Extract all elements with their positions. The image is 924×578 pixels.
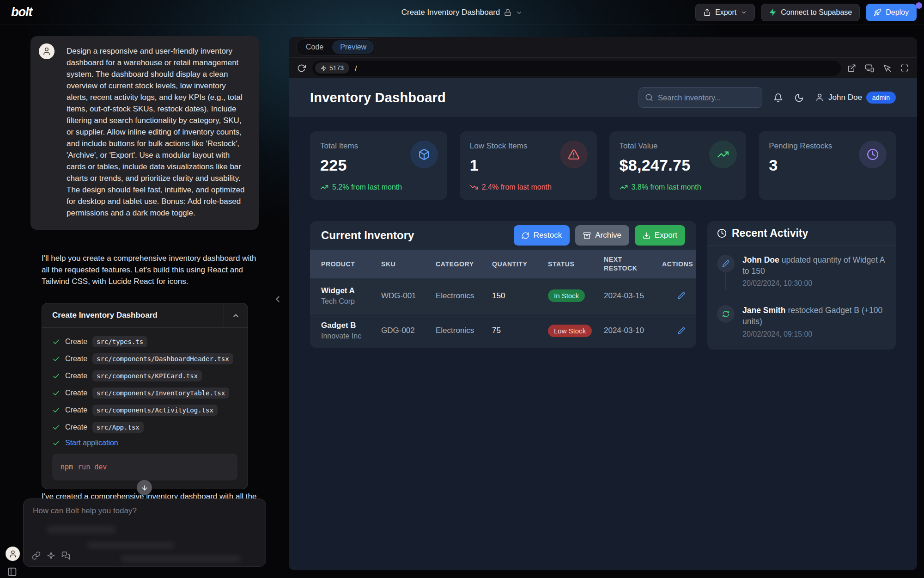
check-icon xyxy=(52,439,60,447)
connect-supabase-button[interactable]: Connect to Supabase xyxy=(761,4,860,21)
arrow-down-icon xyxy=(141,484,148,492)
collapse-chat-button[interactable] xyxy=(273,294,283,304)
activity-list: John Doeupdated quantity of Widget A to … xyxy=(707,246,896,350)
archive-button[interactable]: Archive xyxy=(575,225,629,246)
clock-icon xyxy=(859,141,887,168)
lock-icon xyxy=(504,9,511,16)
redacted-text xyxy=(121,555,241,562)
file-chip[interactable]: src/components/InventoryTable.tsx xyxy=(92,387,229,399)
devices-icon[interactable] xyxy=(865,63,874,73)
inventory-card-header: Current Inventory Restock Archive xyxy=(310,221,696,250)
trend-down-icon xyxy=(470,183,478,191)
file-chip[interactable]: src/components/ActivityLog.tsx xyxy=(92,405,218,416)
chat-bubbles-icon[interactable] xyxy=(61,551,70,560)
user-menu[interactable]: John Doe admin xyxy=(815,92,896,104)
file-chip[interactable]: src/components/KPICard.tsx xyxy=(92,370,202,381)
artifact-step: Create src/components/KPICard.tsx xyxy=(52,370,237,381)
kpi-total-items: Total Items 225 5.2% from last month xyxy=(310,131,447,200)
person-icon xyxy=(42,47,51,56)
restock-button[interactable]: Restock xyxy=(514,225,570,246)
redacted-text xyxy=(87,542,175,549)
role-badge: admin xyxy=(866,92,896,104)
check-icon xyxy=(52,338,60,346)
file-chip[interactable]: src/types.ts xyxy=(92,336,147,347)
bulk-actions: Restock Archive Export xyxy=(514,225,685,246)
edit-pencil-icon[interactable] xyxy=(677,327,685,335)
recent-activity-card: Recent Activity John Doeupdated quantity… xyxy=(707,221,896,350)
chat-panel: Design a responsive and user-friendly in… xyxy=(0,25,289,578)
open-external-icon[interactable] xyxy=(847,64,856,73)
kpi-low-stock-items: Low Stock Items 1 2.4% from last month xyxy=(460,131,597,200)
search-box[interactable] xyxy=(638,87,762,108)
dashboard-header-right: John Doe admin xyxy=(638,87,896,108)
terminal-command: npmrun dev xyxy=(52,454,237,480)
chat-input[interactable] xyxy=(33,506,256,525)
preview-app: Inventory Dashboard John Doe admin xyxy=(289,78,917,570)
archive-icon xyxy=(583,232,591,240)
edit-pencil-icon[interactable] xyxy=(677,292,685,300)
sparkles-icon[interactable] xyxy=(47,551,55,560)
fullscreen-icon[interactable] xyxy=(900,64,909,72)
check-icon xyxy=(52,372,60,380)
dashboard-title: Inventory Dashboard xyxy=(310,90,446,105)
user-icon xyxy=(815,93,824,102)
status-badge: In Stock xyxy=(548,289,585,302)
artifact-step: Create src/types.ts xyxy=(52,336,237,347)
artifact-step: Create src/components/ActivityLog.tsx xyxy=(52,405,237,416)
check-icon xyxy=(52,406,60,414)
activity-item: John Doeupdated quantity of Widget A to … xyxy=(717,255,886,288)
alert-triangle-icon xyxy=(560,141,588,168)
tab-preview[interactable]: Preview xyxy=(332,40,374,54)
plug-zap-icon xyxy=(321,65,327,71)
share-icon xyxy=(703,8,711,16)
trend-up-icon xyxy=(620,183,628,191)
user-name: John Doe xyxy=(828,93,862,102)
tab-code[interactable]: Code xyxy=(298,40,331,54)
url-field[interactable]: 5173 / xyxy=(312,61,841,76)
chevron-down-icon[interactable] xyxy=(516,9,523,16)
scroll-to-bottom-button[interactable] xyxy=(137,480,152,495)
chat-input-toolbar xyxy=(32,551,70,560)
dark-mode-moon-icon[interactable] xyxy=(794,93,804,103)
clock-icon xyxy=(717,228,727,238)
check-icon xyxy=(52,389,60,397)
preview-controls xyxy=(847,63,909,73)
reload-icon[interactable] xyxy=(297,64,306,73)
bell-icon[interactable] xyxy=(773,93,783,103)
trend-up-icon xyxy=(320,183,328,191)
topbar-actions: Export Connect to Supabase Deploy xyxy=(695,4,917,21)
command-npm: npm xyxy=(61,463,73,471)
url-path: / xyxy=(355,64,357,72)
inspector-pointer-icon[interactable] xyxy=(883,64,892,73)
preview-url-bar: 5173 / xyxy=(289,57,917,78)
search-input[interactable] xyxy=(658,93,756,102)
export-button[interactable]: Export xyxy=(695,4,755,21)
bolt-logo[interactable]: bolt xyxy=(11,5,32,19)
activity-item: Jane Smithrestocked Gadget B (+100 units… xyxy=(717,305,886,338)
artifact-header[interactable]: Create Inventory Dashboard xyxy=(42,303,248,327)
port-chip[interactable]: 5173 xyxy=(315,62,349,74)
deploy-button[interactable]: Deploy xyxy=(866,4,917,21)
user-message: Design a responsive and user-friendly in… xyxy=(30,36,259,230)
collapse-artifact-button[interactable] xyxy=(224,303,248,327)
refresh-icon xyxy=(717,305,735,323)
export-csv-button[interactable]: Export xyxy=(635,225,685,246)
file-chip[interactable]: src/components/DashboardHeader.tsx xyxy=(92,353,233,364)
recent-activity-header: Recent Activity xyxy=(707,221,896,246)
dashboard-main-row: Current Inventory Restock Archive xyxy=(310,221,896,350)
artifact-panel: Create Inventory Dashboard Create src/ty… xyxy=(42,303,248,489)
start-application-step: Start application xyxy=(52,439,237,447)
sidebar-toggle-icon[interactable] xyxy=(7,567,17,577)
user-avatar xyxy=(39,43,55,59)
account-avatar[interactable] xyxy=(6,547,20,561)
project-title: Create Inventory Dashboard xyxy=(401,8,500,17)
file-chip[interactable]: src/App.tsx xyxy=(92,422,144,433)
chevron-up-icon xyxy=(232,312,240,320)
preview-panel: Code Preview 5173 / xyxy=(289,37,917,570)
attach-link-icon[interactable] xyxy=(32,551,41,560)
edit-pencil-icon xyxy=(717,255,735,272)
chevron-down-icon xyxy=(741,9,747,16)
user-message-text: Design a responsive and user-friendly in… xyxy=(67,47,245,217)
trending-up-icon xyxy=(709,141,737,168)
start-application-link[interactable]: Start application xyxy=(65,439,118,447)
